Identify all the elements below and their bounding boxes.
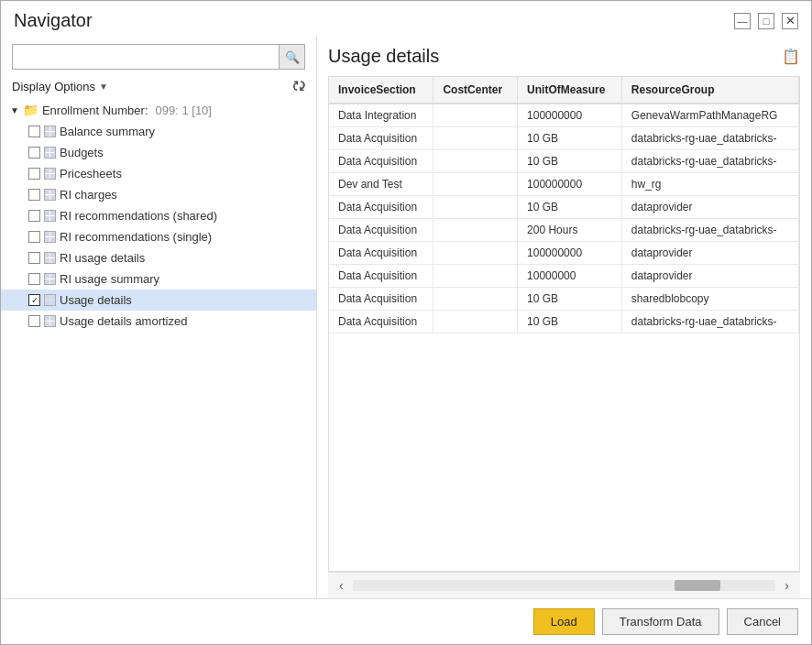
table-cell: GenevaWarmPathManageRG bbox=[621, 104, 798, 127]
item-label-balance-summary: Balance summary bbox=[60, 125, 155, 138]
tree-item-ri-rec-single[interactable]: RI recommendations (single) bbox=[1, 226, 316, 247]
tree-item-usage-details-amortized[interactable]: Usage details amortized bbox=[1, 311, 316, 332]
chevron-down-icon: ▼ bbox=[99, 82, 108, 92]
refresh-button[interactable]: 🗘 bbox=[292, 79, 305, 93]
col-resource-group: ResourceGroup bbox=[621, 77, 798, 104]
table-row: Data Acquisition10000000dataprovider bbox=[329, 265, 799, 288]
scroll-track[interactable] bbox=[353, 580, 776, 591]
tree-item-balance-summary[interactable]: Balance summary bbox=[1, 121, 316, 142]
export-button[interactable]: 📋 bbox=[782, 48, 800, 65]
table-cell: 100000000 bbox=[518, 173, 622, 196]
main-content: 🔍 Display Options ▼ 🗘 ▼ 📁 Enro bbox=[1, 37, 811, 598]
table-row: Data Integration100000000GenevaWarmPathM… bbox=[329, 104, 799, 127]
enrollment-row[interactable]: ▼ 📁 Enrollment Number: 099: 1 [10] bbox=[1, 99, 316, 121]
table-cell bbox=[433, 173, 518, 196]
table-cell: 10000000 bbox=[518, 265, 622, 288]
checkbox-ri-usage-details[interactable] bbox=[28, 252, 40, 264]
item-label-pricesheets: Pricesheets bbox=[60, 167, 122, 180]
right-panel: Usage details 📋 InvoiceSection CostCente… bbox=[317, 37, 811, 598]
checkbox-budgets[interactable] bbox=[28, 147, 40, 159]
table-cell: databricks-rg-uae_databricks- bbox=[621, 219, 798, 242]
enrollment-label: Enrollment Number: bbox=[42, 104, 148, 117]
table-cell: dataprovider bbox=[621, 265, 798, 288]
table-cell: Data Acquisition bbox=[329, 150, 433, 173]
maximize-button[interactable]: □ bbox=[758, 13, 774, 29]
table-cell: dataprovider bbox=[621, 196, 798, 219]
window-title: Navigator bbox=[14, 10, 93, 31]
table-cell: Data Acquisition bbox=[329, 219, 433, 242]
expand-arrow-icon: ▼ bbox=[10, 105, 19, 115]
item-label-ri-rec-single: RI recommendations (single) bbox=[60, 230, 212, 244]
col-unit-of-measure: UnitOfMeasure bbox=[518, 77, 622, 104]
display-options-label: Display Options bbox=[12, 80, 95, 93]
refresh-icon: 🗘 bbox=[292, 79, 305, 93]
table-cell: Data Acquisition bbox=[329, 196, 433, 219]
title-bar: Navigator — □ ✕ bbox=[1, 1, 811, 37]
table-header-row: InvoiceSection CostCenter UnitOfMeasure … bbox=[329, 77, 799, 104]
search-input[interactable] bbox=[13, 47, 279, 68]
col-cost-center: CostCenter bbox=[433, 77, 518, 104]
checkbox-usage-details-amortized[interactable] bbox=[28, 315, 40, 327]
table-cell: 100000000 bbox=[518, 242, 622, 265]
table-cell: hw_rg bbox=[621, 173, 798, 196]
table-cell bbox=[433, 219, 518, 242]
checkbox-pricesheets[interactable] bbox=[28, 168, 40, 180]
display-options-button[interactable]: Display Options ▼ bbox=[12, 80, 108, 93]
col-invoice-section: InvoiceSection bbox=[329, 77, 433, 104]
scroll-thumb[interactable] bbox=[675, 580, 720, 591]
item-label-ri-usage-summary: RI usage summary bbox=[60, 272, 159, 286]
tree-item-ri-rec-shared[interactable]: RI recommendations (shared) bbox=[1, 205, 316, 226]
search-button[interactable]: 🔍 bbox=[279, 45, 304, 69]
table-row: Data Acquisition10 GBsharedblobcopy bbox=[329, 288, 799, 311]
right-panel-header: Usage details 📋 bbox=[328, 46, 800, 67]
scroll-left-button[interactable]: ‹ bbox=[334, 576, 349, 595]
tree-item-budgets[interactable]: Budgets bbox=[1, 142, 316, 163]
tree-item-ri-usage-details[interactable]: RI usage details bbox=[1, 247, 316, 268]
load-button[interactable]: Load bbox=[533, 608, 595, 635]
checkbox-ri-charges[interactable] bbox=[28, 189, 40, 201]
cancel-button[interactable]: Cancel bbox=[727, 608, 798, 635]
table-cell bbox=[433, 265, 518, 288]
checkbox-usage-details[interactable] bbox=[28, 294, 40, 306]
table-cell: Data Acquisition bbox=[329, 242, 433, 265]
table-row: Data Acquisition200 Hoursdatabricks-rg-u… bbox=[329, 219, 799, 242]
checkbox-ri-rec-single[interactable] bbox=[28, 231, 40, 243]
table-icon-usage-details bbox=[44, 294, 56, 306]
table-cell: sharedblobcopy bbox=[621, 288, 798, 311]
left-panel: 🔍 Display Options ▼ 🗘 ▼ 📁 Enro bbox=[1, 37, 317, 598]
table-row: Data Acquisition10 GBdataprovider bbox=[329, 196, 799, 219]
window-controls: — □ ✕ bbox=[734, 13, 798, 29]
table-cell: dataprovider bbox=[621, 242, 798, 265]
table-row: Data Acquisition10 GBdatabricks-rg-uae_d… bbox=[329, 311, 799, 333]
tree-item-ri-charges[interactable]: RI charges bbox=[1, 184, 316, 205]
horizontal-scrollbar[interactable]: ‹ › bbox=[328, 572, 800, 598]
table-cell: 10 GB bbox=[518, 127, 622, 150]
table-cell bbox=[433, 127, 518, 150]
checkbox-ri-rec-shared[interactable] bbox=[28, 210, 40, 222]
checkbox-balance-summary[interactable] bbox=[28, 126, 40, 137]
data-table-container[interactable]: InvoiceSection CostCenter UnitOfMeasure … bbox=[328, 76, 800, 572]
table-row: Data Acquisition10 GBdatabricks-rg-uae_d… bbox=[329, 127, 799, 150]
table-icon-ri-usage-details bbox=[44, 252, 56, 264]
tree-item-usage-details[interactable]: Usage details bbox=[1, 290, 316, 311]
table-icon-usage-details-amortized bbox=[44, 315, 56, 327]
navigator-window: Navigator — □ ✕ 🔍 Display Options ▼ bbox=[0, 0, 812, 645]
item-label-budgets: Budgets bbox=[60, 146, 104, 159]
table-icon-ri-rec-shared bbox=[44, 210, 56, 222]
close-button[interactable]: ✕ bbox=[782, 13, 798, 29]
scroll-right-button[interactable]: › bbox=[779, 576, 795, 595]
table-cell bbox=[433, 150, 518, 173]
item-label-ri-rec-shared: RI recommendations (shared) bbox=[60, 209, 217, 223]
transform-data-button[interactable]: Transform Data bbox=[602, 608, 719, 635]
search-icon: 🔍 bbox=[285, 50, 300, 64]
table-cell bbox=[433, 288, 518, 311]
checkbox-ri-usage-summary[interactable] bbox=[28, 273, 40, 285]
minimize-button[interactable]: — bbox=[734, 13, 751, 29]
table-icon-budgets bbox=[44, 147, 56, 159]
table-cell: Data Acquisition bbox=[329, 311, 433, 333]
table-cell: Data Acquisition bbox=[329, 288, 433, 311]
table-cell: Data Acquisition bbox=[329, 127, 433, 150]
tree-item-pricesheets[interactable]: Pricesheets bbox=[1, 163, 316, 184]
table-cell: 10 GB bbox=[518, 311, 622, 333]
tree-item-ri-usage-summary[interactable]: RI usage summary bbox=[1, 268, 316, 290]
